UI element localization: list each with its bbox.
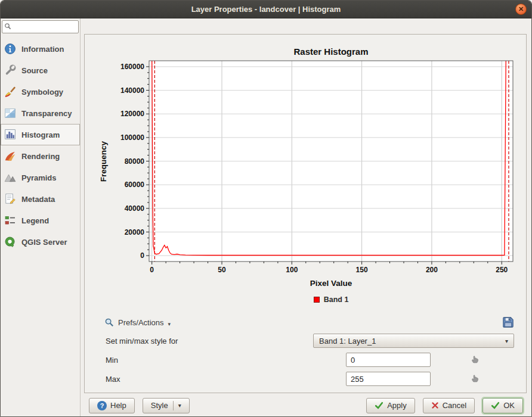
save-icon (502, 316, 514, 328)
svg-text:80000: 80000 (125, 157, 145, 166)
chart-legend: Band 1 (149, 295, 513, 304)
prefs-row: Prefs/Actions ▾ (101, 315, 514, 330)
sidebar-item-label: Legend (21, 216, 49, 225)
set-minmax-label: Set min/max style for (106, 337, 178, 346)
sidebar-item-rendering[interactable]: Rendering (1, 145, 80, 167)
style-button[interactable]: Style ▾ (143, 398, 190, 413)
combo-arrow-icon: ▾ (505, 338, 508, 344)
ok-label: OK (503, 401, 515, 410)
legend-label: Band 1 (324, 295, 349, 304)
svg-text:120000: 120000 (120, 110, 144, 118)
style-label: Style (151, 401, 168, 410)
qgis-server-icon (4, 236, 16, 248)
symbology-icon (4, 86, 16, 98)
save-plot-button[interactable] (502, 316, 514, 328)
legend-swatch (314, 297, 320, 303)
x-axis-title: Pixel Value (149, 279, 513, 288)
apply-icon (375, 401, 383, 410)
ok-button[interactable]: OK (482, 398, 523, 413)
svg-text:200: 200 (426, 266, 438, 274)
information-icon (4, 43, 16, 55)
svg-text:50: 50 (218, 266, 226, 274)
svg-text:0: 0 (150, 266, 154, 274)
band-combobox-value: Band 1: Layer_1 (319, 337, 376, 346)
svg-text:40000: 40000 (125, 204, 145, 213)
histogram-plot[interactable]: 0501001502002500200004000060000800001000… (113, 58, 518, 277)
help-icon: ? (97, 401, 107, 410)
dialog-button-box: ? Help Style ▾ Apply Cancel OK (89, 397, 523, 413)
close-button[interactable]: ✕ (515, 4, 527, 15)
magnifier-icon (104, 318, 114, 327)
band-combobox[interactable]: Band 1: Layer_1 ▾ (313, 334, 514, 348)
sidebar-item-pyramids[interactable]: Pyramids (1, 167, 80, 188)
cancel-button[interactable]: Cancel (423, 398, 475, 413)
sidebar-item-legend[interactable]: Legend (1, 210, 80, 231)
help-label: Help (110, 401, 126, 410)
source-icon (4, 64, 16, 76)
metadata-icon (4, 193, 16, 205)
layer-properties-window: Layer Properties - landcover | Histogram… (0, 0, 532, 417)
max-label: Max (106, 375, 120, 384)
sidebar-item-information[interactable]: Information (1, 38, 80, 60)
sidebar-item-transparency[interactable]: Transparency (1, 102, 80, 124)
svg-text:140000: 140000 (120, 86, 144, 95)
window-title: Layer Properties - landcover | Histogram (191, 5, 341, 14)
sidebar-item-source[interactable]: Source (1, 60, 80, 81)
search-input[interactable] (2, 20, 79, 33)
pyramids-icon (4, 172, 16, 183)
sidebar-item-metadata[interactable]: Metadata (1, 188, 80, 210)
style-button-divider (173, 401, 174, 410)
cancel-icon (431, 402, 439, 409)
apply-label: Apply (387, 401, 407, 410)
min-input[interactable] (346, 353, 431, 367)
sidebar-item-label: QGIS Server (21, 238, 67, 247)
sidebar-item-qgis-server[interactable]: QGIS Server (1, 231, 80, 253)
sidebar-list: Information Source Sym (1, 38, 80, 253)
transparency-icon (4, 107, 16, 119)
max-input[interactable] (346, 372, 431, 386)
pick-min-icon[interactable] (470, 354, 480, 365)
apply-button[interactable]: Apply (366, 398, 415, 413)
prefs-actions-label: Prefs/Actions (118, 318, 164, 327)
svg-text:250: 250 (496, 266, 508, 274)
min-label: Min (106, 356, 118, 365)
svg-text:0: 0 (140, 251, 144, 260)
pick-max-icon[interactable] (470, 373, 480, 384)
help-button[interactable]: ? Help (89, 398, 135, 413)
sidebar-item-label: Rendering (21, 152, 60, 161)
y-axis-title: Frequency (99, 126, 110, 197)
close-icon: ✕ (518, 6, 524, 13)
prefs-menu-arrow-icon: ▾ (168, 321, 171, 327)
prefs-actions-button[interactable]: Prefs/Actions ▾ (101, 316, 174, 329)
svg-text:100000: 100000 (120, 133, 144, 142)
search-icon (4, 23, 11, 30)
ok-icon (491, 401, 500, 410)
svg-text:150: 150 (356, 266, 368, 274)
chart-title: Raster Histogram (149, 46, 513, 57)
histogram-icon (4, 129, 16, 141)
sidebar-search (2, 20, 79, 33)
svg-text:160000: 160000 (120, 63, 144, 71)
sidebar-item-label: Pyramids (21, 173, 57, 182)
style-arrow-icon: ▾ (178, 402, 181, 409)
sidebar-item-label: Histogram (21, 130, 60, 139)
sidebar-item-label: Metadata (21, 195, 55, 204)
titlebar[interactable]: Layer Properties - landcover | Histogram… (1, 1, 531, 18)
sidebar-item-histogram[interactable]: Histogram (1, 124, 80, 145)
histogram-panel: Raster Histogram Frequency 0501001502002… (84, 34, 527, 393)
sidebar-item-symbology[interactable]: Symbology (1, 81, 80, 102)
rendering-icon (4, 150, 16, 162)
cancel-label: Cancel (443, 401, 466, 410)
sidebar-item-label: Symbology (21, 88, 63, 97)
svg-text:100: 100 (286, 266, 298, 274)
sidebar: Information Source Sym (1, 18, 81, 416)
svg-text:20000: 20000 (125, 228, 145, 236)
legend-icon (4, 214, 16, 226)
sidebar-item-label: Information (21, 45, 64, 54)
sidebar-item-label: Source (21, 66, 48, 75)
sidebar-item-label: Transparency (21, 109, 72, 118)
svg-text:60000: 60000 (125, 181, 145, 189)
